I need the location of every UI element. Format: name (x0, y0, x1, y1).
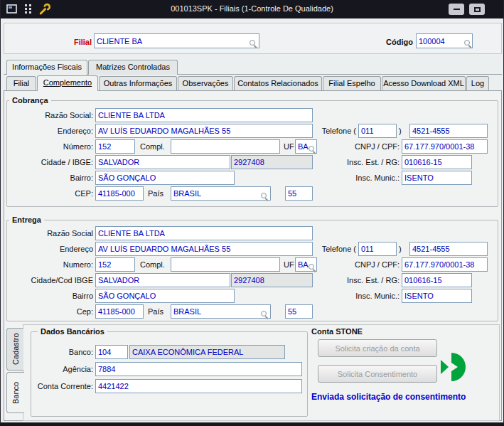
cobranca-bairro-input[interactable] (95, 171, 235, 185)
conta-corrente-input[interactable] (95, 379, 302, 393)
cobranca-compl-input[interactable] (171, 139, 280, 154)
cobranca-uf-lookup-icon[interactable] (309, 146, 316, 154)
entrega-telefone-paren: ) (399, 242, 406, 256)
banco-label: Banco: (29, 345, 93, 359)
filial-lookup-icon[interactable] (250, 40, 257, 48)
banco-code-input[interactable] (95, 345, 128, 359)
minimize-button[interactable] (449, 4, 464, 15)
filial-input[interactable] (94, 33, 259, 48)
entrega-endereco-label: Endereço (22, 242, 93, 256)
tab-complemento[interactable]: Complemento (37, 75, 98, 91)
cobranca-pais-cod-input[interactable] (285, 186, 313, 201)
conta-stone-title: Conta STONE (311, 326, 363, 336)
conta-corrente-label: Conta Corrente: (22, 379, 93, 393)
cobranca-title: Cobrança (9, 95, 51, 105)
cobranca-insc-mun-label: Insc. Munic.: (313, 171, 400, 185)
cobranca-insc-mun-input[interactable] (402, 171, 472, 185)
cobranca-insc-est-label: Insc. Est. / RG: (313, 155, 400, 169)
window-title: 001013SPK - Filiais (1-Controle De Quali… (1, 4, 503, 13)
entrega-bairro-input[interactable] (95, 289, 235, 303)
tab-informacoes-fiscais[interactable]: Informações Fiscais (6, 60, 87, 75)
consentimento-status-text: Enviada solicitação de consentimento (311, 392, 466, 402)
cobranca-uf-label: UF (284, 139, 295, 154)
entrega-cidade-input[interactable] (95, 273, 230, 287)
application-window: 001013SPK - Filiais (1-Controle De Quali… (0, 0, 504, 426)
entrega-cep-input[interactable] (95, 304, 144, 319)
entrega-pais-cod-input[interactable] (285, 304, 313, 319)
entrega-pais-label: País (148, 304, 168, 319)
cobranca-pais-input[interactable] (171, 186, 271, 201)
entrega-numero-input[interactable] (95, 257, 135, 272)
tab-observacoes[interactable]: Observações (178, 76, 233, 90)
entrega-insc-mun-label: Insc. Munic.: (313, 289, 400, 303)
cobranca-telefone-input[interactable] (409, 124, 488, 138)
agencia-input[interactable] (95, 362, 302, 376)
cobranca-numero-label: Número: (22, 139, 93, 154)
entrega-uf-lookup-icon[interactable] (309, 264, 316, 272)
entrega-bairro-label: Bairro (22, 289, 93, 303)
tab-log[interactable]: Log (466, 76, 489, 90)
tab-contatos-relacionados[interactable]: Contatos Relacionados (234, 76, 322, 90)
cobranca-endereco-input[interactable] (95, 124, 313, 138)
entrega-ibge-field (231, 273, 313, 287)
cobranca-pais-lookup-icon[interactable] (261, 193, 269, 201)
entrega-telefone-input[interactable] (409, 242, 488, 256)
maximize-icon (474, 7, 481, 12)
filial-label: Filial (40, 35, 92, 49)
cobranca-razao-social-label: Razão Social: (22, 108, 93, 122)
cobranca-compl-label: Compl. (140, 139, 168, 154)
cobranca-cnpj-input[interactable] (402, 139, 488, 154)
entrega-telefone-ddd-input[interactable] (358, 242, 397, 256)
entrega-numero-label: Numero: (22, 257, 93, 272)
cobranca-cep-label: CEP: (22, 186, 93, 201)
entrega-insc-mun-input[interactable] (402, 289, 472, 303)
agencia-label: Agência: (29, 362, 93, 376)
entrega-insc-est-input[interactable] (402, 273, 472, 287)
solicita-criacao-button[interactable]: Solicita criação da conta (318, 339, 437, 357)
tab-outras-informacoes[interactable]: Outras Informações (99, 76, 177, 90)
cobranca-telefone-paren: ) (399, 124, 406, 138)
side-tab-banco[interactable]: Banco (6, 372, 24, 413)
entrega-telefone-label: Telefone ( (282, 242, 356, 256)
tab-matrizes-controladas[interactable]: Matrizes Controladas (88, 60, 178, 75)
cobranca-ibge-field (231, 155, 313, 169)
tab-filial[interactable]: Filial (6, 76, 36, 90)
tab-filial-espelho[interactable]: Filial Espelho (323, 76, 381, 90)
cobranca-telefone-label: Telefone ( (282, 124, 356, 138)
entrega-cnpj-input[interactable] (402, 257, 488, 272)
cobranca-telefone-ddd-input[interactable] (358, 124, 397, 138)
cobranca-cidade-input[interactable] (95, 155, 230, 169)
tab-acesso-download-xml[interactable]: Acesso Download XML (382, 76, 466, 90)
cobranca-bairro-label: Bairro: (22, 171, 93, 185)
cobranca-numero-input[interactable] (95, 139, 135, 154)
entrega-razao-social-label: Razão Social (22, 226, 93, 240)
entrega-endereco-input[interactable] (95, 242, 313, 256)
cobranca-endereco-label: Endereço: (22, 124, 93, 138)
entrega-compl-input[interactable] (171, 257, 280, 272)
stone-logo-icon (440, 351, 468, 384)
dados-bancarios-title: Dados Bancários (38, 326, 107, 336)
codigo-lookup-icon[interactable] (464, 40, 472, 48)
entrega-cnpj-label: CNPJ / CPF: (313, 257, 400, 272)
entrega-insc-est-label: Insc. Est. / RG: (313, 273, 400, 287)
maximize-button[interactable] (469, 4, 485, 15)
entrega-uf-label: UF (284, 257, 295, 272)
cobranca-cnpj-label: CNPJ / CPF: (313, 139, 400, 154)
codigo-label: Código (363, 35, 413, 49)
cobranca-cep-input[interactable] (95, 186, 144, 201)
entrega-pais-input[interactable] (171, 304, 271, 319)
entrega-razao-social-input[interactable] (95, 226, 313, 240)
solicita-consentimento-button[interactable]: Solicita Consentimento (318, 365, 437, 383)
entrega-title: Entrega (9, 215, 44, 225)
entrega-pais-lookup-icon[interactable] (261, 311, 269, 319)
cobranca-pais-label: País (148, 186, 168, 201)
entrega-compl-label: Compl. (140, 257, 168, 272)
titlebar: 001013SPK - Filiais (1-Controle De Quali… (1, 0, 503, 18)
cobranca-cidade-label: Cidade / IBGE: (22, 155, 93, 169)
entrega-cidade-label: Cidade/Cod IBGE (22, 273, 93, 287)
banco-nome-field (129, 345, 285, 359)
side-tab-cadastro[interactable]: Cadastro (6, 328, 23, 371)
minimize-icon (454, 9, 460, 10)
cobranca-razao-social-input[interactable] (95, 108, 313, 122)
cobranca-insc-est-input[interactable] (402, 155, 472, 169)
